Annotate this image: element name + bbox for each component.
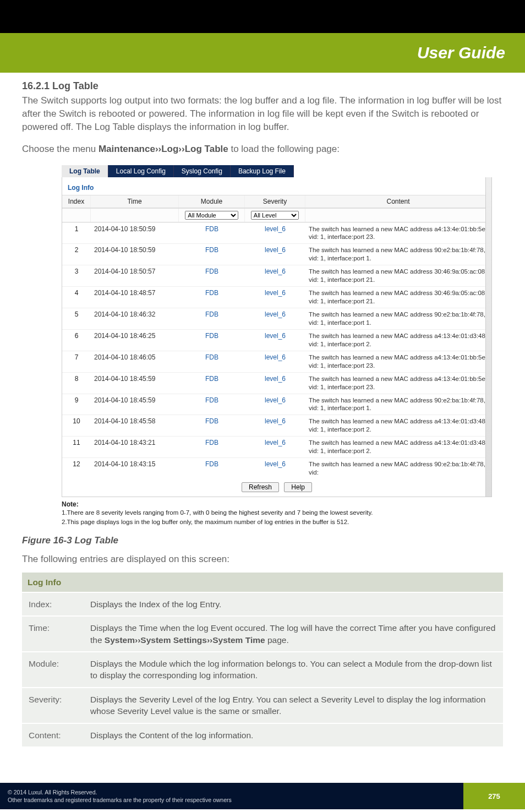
cell-time: 2014-04-10 18:46:32 — [91, 308, 179, 330]
defs-label: Severity: — [22, 688, 84, 723]
figure-caption: Figure 16-3 Log Table — [22, 535, 503, 546]
table-row: 22014-04-10 18:50:59FDBlevel_6The switch… — [62, 244, 491, 265]
button-row: Refresh Help — [62, 479, 491, 497]
refresh-button[interactable]: Refresh — [242, 482, 279, 492]
cell-time: 2014-04-10 18:50:59 — [91, 244, 179, 265]
cell-time: 2014-04-10 18:45:58 — [91, 415, 179, 437]
filter-empty-time — [91, 209, 179, 222]
cell-severity: level_6 — [245, 372, 305, 394]
defs-desc: Displays the Module which the log inform… — [84, 652, 503, 688]
help-button[interactable]: Help — [284, 482, 312, 492]
table-row: 112014-04-10 18:43:21FDBlevel_6The switc… — [62, 437, 491, 458]
cell-content: The switch has learned a new MAC address… — [305, 329, 491, 351]
cell-index: 12 — [62, 458, 91, 479]
entries-intro: The following entries are displayed on t… — [22, 554, 503, 565]
cell-index: 1 — [62, 222, 91, 244]
table-row: 82014-04-10 18:45:59FDBlevel_6The switch… — [62, 372, 491, 394]
cell-module: FDB — [179, 394, 245, 415]
cell-index: 5 — [62, 308, 91, 330]
log-panel: Log Info Index Time Module Severity Cont… — [62, 177, 492, 498]
cell-index: 9 — [62, 394, 91, 415]
embedded-screenshot: Log Table Local Log Config Syslog Config… — [62, 165, 492, 527]
cell-index: 7 — [62, 351, 91, 372]
cell-time: 2014-04-10 18:50:59 — [91, 222, 179, 244]
footer-trademarks: Other trademarks and registered trademar… — [8, 796, 456, 804]
defs-header-cell: Log Info — [22, 573, 503, 592]
filter-row: All Module All Level — [62, 208, 491, 222]
cell-time: 2014-04-10 18:43:15 — [91, 458, 179, 479]
cell-module: FDB — [179, 437, 245, 458]
cell-content: The switch has learned a new MAC address… — [305, 351, 491, 372]
tab-local-log-config[interactable]: Local Log Config — [108, 165, 174, 177]
filter-empty-cont — [305, 209, 491, 222]
cell-index: 6 — [62, 329, 91, 351]
filter-module-cell: All Module — [179, 209, 245, 222]
table-row: 42014-04-10 18:48:57FDBlevel_6The switch… — [62, 287, 491, 308]
cell-module: FDB — [179, 372, 245, 394]
defs-label: Content: — [22, 723, 84, 747]
cell-severity: level_6 — [245, 329, 305, 351]
cell-module: FDB — [179, 244, 245, 265]
cell-module: FDB — [179, 287, 245, 308]
footer-copyright: © 2014 Luxul. All Rights Reserved. — [8, 788, 456, 796]
definitions-table: Log Info Index:Displays the Index of the… — [22, 573, 503, 748]
page-footer: © 2014 Luxul. All Rights Reserved. Other… — [0, 783, 525, 809]
col-header-time: Time — [91, 195, 179, 208]
cell-content: The switch has learned a new MAC address… — [305, 415, 491, 437]
menu-path-pre: Choose the menu — [22, 144, 99, 154]
col-header-severity: Severity — [245, 195, 305, 208]
footer-left: © 2014 Luxul. All Rights Reserved. Other… — [0, 783, 463, 809]
filter-severity-cell: All Level — [245, 209, 305, 222]
cell-module: FDB — [179, 308, 245, 330]
header-badge: User Guide — [0, 33, 525, 73]
cell-index: 10 — [62, 415, 91, 437]
table-row: 122014-04-10 18:43:15FDBlevel_6The switc… — [62, 458, 491, 479]
col-header-module: Module — [179, 195, 245, 208]
cell-index: 11 — [62, 437, 91, 458]
cell-module: FDB — [179, 265, 245, 287]
cell-module: FDB — [179, 351, 245, 372]
table-row: 52014-04-10 18:46:32FDBlevel_6The switch… — [62, 308, 491, 330]
cell-index: 8 — [62, 372, 91, 394]
cell-time: 2014-04-10 18:50:57 — [91, 265, 179, 287]
cell-severity: level_6 — [245, 394, 305, 415]
table-row: 92014-04-10 18:45:59FDBlevel_6The switch… — [62, 394, 491, 415]
tab-syslog-config[interactable]: Syslog Config — [174, 165, 231, 177]
defs-label: Module: — [22, 652, 84, 688]
table-row: 62014-04-10 18:46:25FDBlevel_6The switch… — [62, 329, 491, 351]
footer-page-number: 275 — [463, 783, 525, 809]
header-title: User Guide — [417, 43, 505, 62]
cell-time: 2014-04-10 18:46:05 — [91, 351, 179, 372]
table-row: 72014-04-10 18:46:05FDBlevel_6The switch… — [62, 351, 491, 372]
cell-severity: level_6 — [245, 265, 305, 287]
cell-index: 2 — [62, 244, 91, 265]
tab-log-table[interactable]: Log Table — [62, 165, 108, 177]
tab-backup-log-file[interactable]: Backup Log File — [231, 165, 294, 177]
panel-title: Log Info — [62, 177, 491, 195]
log-table: 12014-04-10 18:50:59FDBlevel_6The switch… — [62, 222, 491, 479]
menu-path-post: to load the following page: — [228, 144, 340, 154]
cell-severity: level_6 — [245, 308, 305, 330]
cell-content: The switch has learned a new MAC address… — [305, 372, 491, 394]
cell-content: The switch has learned a new MAC address… — [305, 458, 491, 479]
cell-content: The switch has learned a new MAC address… — [305, 308, 491, 330]
module-filter-select[interactable]: All Module — [185, 211, 238, 220]
severity-filter-select[interactable]: All Level — [251, 211, 299, 220]
cell-time: 2014-04-10 18:46:25 — [91, 329, 179, 351]
cell-content: The switch has learned a new MAC address… — [305, 265, 491, 287]
cell-severity: level_6 — [245, 458, 305, 479]
cell-content: The switch has learned a new MAC address… — [305, 394, 491, 415]
table-row: 32014-04-10 18:50:57FDBlevel_6The switch… — [62, 265, 491, 287]
defs-row: Content:Displays the Content of the log … — [22, 723, 503, 747]
cell-content: The switch has learned a new MAC address… — [305, 437, 491, 458]
cell-content: The switch has learned a new MAC address… — [305, 222, 491, 244]
defs-desc: Displays the Time when the log Event occ… — [84, 616, 503, 652]
cell-module: FDB — [179, 458, 245, 479]
cell-index: 4 — [62, 287, 91, 308]
note-line-2: 2.This page displays logs in the log buf… — [62, 517, 492, 527]
cell-severity: level_6 — [245, 351, 305, 372]
menu-path-bold: Maintenance››Log››Log Table — [99, 144, 228, 154]
cell-content: The switch has learned a new MAC address… — [305, 287, 491, 308]
cell-time: 2014-04-10 18:45:59 — [91, 372, 179, 394]
defs-desc: Displays the Index of the log Entry. — [84, 592, 503, 616]
